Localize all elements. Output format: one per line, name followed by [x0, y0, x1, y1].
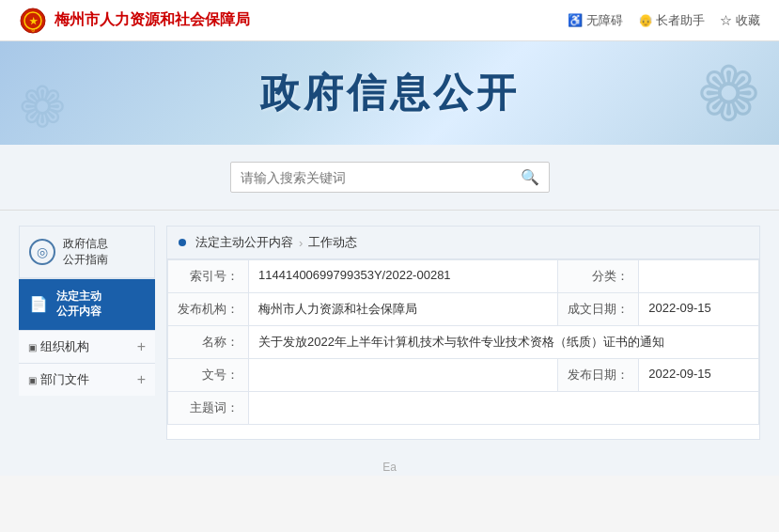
banner-deco-right: ❁: [697, 51, 760, 138]
category-label: 分类：: [558, 260, 639, 293]
breadcrumb-sep-icon: ›: [299, 236, 303, 250]
dept-dot-icon: ▣: [28, 375, 37, 385]
svg-text:★: ★: [29, 16, 39, 26]
favorite-link[interactable]: ☆ 收藏: [720, 12, 760, 29]
sidebar-org-item[interactable]: ▣ 组织机构 +: [19, 330, 155, 363]
org-dot-icon: ▣: [28, 342, 37, 352]
publisher-value: 梅州市人力资源和社会保障局: [249, 293, 558, 326]
index-label: 索引号：: [168, 260, 249, 293]
sidebar-guide[interactable]: ◎ 政府信息 公开指南: [20, 227, 154, 278]
org-label: ▣ 组织机构: [28, 338, 89, 355]
search-section: 🔍: [0, 145, 779, 211]
active-doc-icon: 📄: [28, 293, 49, 314]
table-row: 文号： 发布日期： 2022-09-15: [168, 359, 759, 392]
table-row: 名称： 关于发放2022年上半年计算机技术与软件专业技术资格（纸质）证书的通知: [168, 326, 759, 359]
breadcrumb-link-1[interactable]: 法定主动公开内容: [195, 234, 293, 251]
name-value: 关于发放2022年上半年计算机技术与软件专业技术资格（纸质）证书的通知: [249, 326, 759, 359]
org-expand-icon[interactable]: +: [137, 338, 146, 355]
banner-title: 政府信息公开: [260, 67, 520, 119]
detail-table: 索引号： 11441400699799353Y/2022-00281 分类： 发…: [167, 259, 759, 425]
breadcrumb-current: 工作动态: [308, 234, 357, 251]
accessibility-link[interactable]: ♿ 无障碍: [568, 12, 623, 29]
sidebar-active-item[interactable]: 📄 法定主动 公开内容: [19, 279, 155, 331]
table-row: 索引号： 11441400699799353Y/2022-00281 分类：: [168, 260, 759, 293]
dept-label: ▣ 部门文件: [28, 371, 89, 388]
sidebar-guide-item[interactable]: ◎ 政府信息 公开指南: [19, 226, 155, 279]
footer-text: Ea: [382, 461, 397, 474]
banner-deco-left: ❁: [19, 74, 66, 140]
pub-date-label: 发布日期：: [558, 359, 639, 392]
keywords-value: [249, 392, 759, 425]
banner: ❁ 政府信息公开 ❁: [0, 41, 779, 145]
table-row: 主题词：: [168, 392, 759, 425]
index-value: 11441400699799353Y/2022-00281: [249, 260, 558, 293]
gov-logo-icon: ★ ⚙: [19, 7, 47, 35]
footer-hint: Ea: [0, 455, 779, 476]
sidebar-dept-item[interactable]: ▣ 部门文件 +: [19, 363, 155, 396]
doc-num-label: 文号：: [168, 359, 249, 392]
publisher-label: 发布机构：: [168, 293, 249, 326]
guide-icon: ◎: [29, 239, 55, 265]
header-right: ♿ 无障碍 👴 长者助手 ☆ 收藏: [568, 12, 760, 29]
header: ★ ⚙ 梅州市人力资源和社会保障局 ♿ 无障碍 👴 长者助手 ☆ 收藏: [0, 0, 779, 41]
elder-link[interactable]: 👴 长者助手: [638, 12, 706, 29]
keywords-label: 主题词：: [168, 392, 249, 425]
active-label: 法定主动 公开内容: [56, 289, 101, 321]
header-left: ★ ⚙ 梅州市人力资源和社会保障局: [19, 7, 250, 35]
breadcrumb-dot-icon: [179, 239, 186, 246]
search-icon[interactable]: 🔍: [521, 168, 539, 186]
written-date-label: 成文日期：: [558, 293, 639, 326]
search-input[interactable]: [241, 170, 521, 185]
search-box: 🔍: [230, 162, 550, 193]
pub-date-value: 2022-09-15: [639, 359, 759, 392]
site-title: 梅州市人力资源和社会保障局: [55, 10, 250, 30]
category-value: [639, 260, 759, 293]
content-panel: 法定主动公开内容 › 工作动态 索引号： 11441400699799353Y/…: [166, 226, 760, 440]
guide-label: 政府信息 公开指南: [63, 236, 108, 268]
main-content: ◎ 政府信息 公开指南 📄 法定主动 公开内容 ▣ 组织机构 + ▣ 部门文件 …: [0, 211, 779, 455]
table-row: 发布机构： 梅州市人力资源和社会保障局 成文日期： 2022-09-15: [168, 293, 759, 326]
doc-num-value: [249, 359, 558, 392]
breadcrumb: 法定主动公开内容 › 工作动态: [167, 227, 759, 259]
name-label: 名称：: [168, 326, 249, 359]
dept-expand-icon[interactable]: +: [137, 371, 146, 388]
sidebar: ◎ 政府信息 公开指南 📄 法定主动 公开内容 ▣ 组织机构 + ▣ 部门文件 …: [19, 226, 155, 440]
written-date-value: 2022-09-15: [639, 293, 759, 326]
